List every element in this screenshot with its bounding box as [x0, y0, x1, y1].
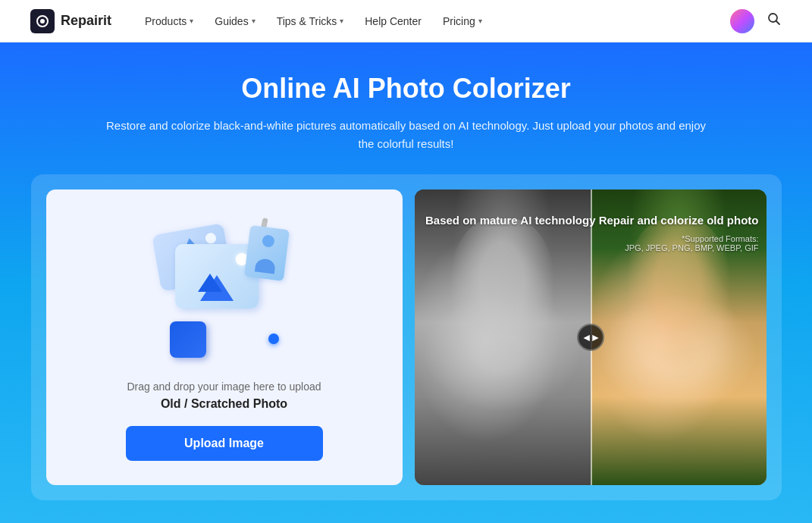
upload-panel: Drag and drop your image here to upload … [46, 189, 403, 485]
overlay-title: Based on mature AI technology Repair and… [425, 212, 759, 228]
nav-products[interactable]: Products ▾ [136, 11, 202, 32]
nav-help-label: Help Center [365, 15, 422, 27]
illus-blue-box [170, 321, 206, 358]
main-card: Drag and drop your image here to upload … [31, 174, 782, 500]
hero-section: Online AI Photo Colorizer Restore and co… [0, 42, 812, 523]
svg-line-3 [776, 21, 780, 25]
preview-panel: ◄► Based on mature AI technology Repair … [415, 189, 767, 485]
tips-chevron-icon: ▾ [340, 17, 343, 25]
drag-drop-text: Drag and drop your image here to upload [127, 381, 321, 393]
nav-help-center[interactable]: Help Center [356, 11, 431, 32]
formats-list: JPG, JPEG, PNG, BMP, WEBP, GIF [625, 243, 758, 252]
search-icon[interactable] [767, 11, 782, 30]
hero-subtitle: Restore and colorize black-and-white pic… [103, 117, 710, 153]
divider-handle[interactable]: ◄► [577, 324, 604, 351]
products-chevron-icon: ▾ [190, 17, 193, 25]
guides-chevron-icon: ▾ [252, 17, 256, 25]
avatar[interactable] [730, 9, 754, 33]
logo-text: Repairit [61, 13, 111, 29]
svg-point-1 [40, 19, 45, 23]
drop-label: Old / Scratched Photo [161, 397, 287, 411]
nav-pricing-label: Pricing [443, 15, 475, 27]
divider-arrows-icon: ◄► [582, 331, 600, 343]
overlay-formats: *Supported Formats: JPG, JPEG, PNG, BMP,… [425, 234, 759, 252]
nav-guides[interactable]: Guides ▾ [205, 11, 264, 32]
illus-dot [268, 334, 279, 344]
pricing-chevron-icon: ▾ [478, 17, 482, 25]
nav-tips-label: Tips & Tricks [277, 15, 337, 27]
nav-right [730, 9, 782, 33]
overlay-title-text: Based on mature AI technology Repair and… [425, 214, 759, 227]
photo-container: ◄► Based on mature AI technology Repair … [415, 189, 767, 485]
nav-items: Products ▾ Guides ▾ Tips & Tricks ▾ Help… [136, 11, 730, 32]
nav-logo[interactable]: Repairit [30, 9, 111, 33]
logo-icon [30, 9, 55, 33]
nav-pricing[interactable]: Pricing ▾ [434, 11, 491, 32]
illus-portrait-card [244, 225, 290, 281]
upload-image-button[interactable]: Upload Image [126, 426, 323, 461]
hero-title: Online AI Photo Colorizer [241, 73, 571, 105]
overlay-text: Based on mature AI technology Repair and… [425, 212, 759, 252]
nav-products-label: Products [145, 15, 187, 27]
navbar: Repairit Products ▾ Guides ▾ Tips & Tric… [0, 0, 812, 42]
illus-card-main [175, 244, 259, 308]
nav-guides-label: Guides [215, 15, 248, 27]
formats-label: *Supported Formats: [682, 234, 759, 243]
upload-illustration [149, 214, 300, 365]
nav-tips-tricks[interactable]: Tips & Tricks ▾ [268, 11, 353, 32]
